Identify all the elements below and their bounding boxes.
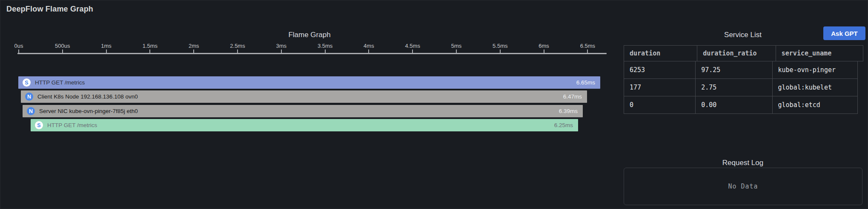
- axis-tick-label: 6ms: [539, 43, 549, 49]
- table-cell: 6253: [624, 61, 696, 78]
- flame-bar-duration: 6.39ms: [559, 108, 579, 114]
- axis-tick-label: 1ms: [101, 43, 112, 49]
- flame-bar-duration: 6.65ms: [576, 79, 596, 86]
- service-list-column-header: duration: [624, 46, 697, 61]
- axis-tick-mark: [456, 49, 457, 53]
- axis-tick-label: 500us: [55, 43, 70, 49]
- flame-bar[interactable]: SHTTP GET /metrics6.25ms: [31, 119, 578, 131]
- axis-tick-label: 5.5ms: [493, 43, 507, 49]
- flame-bar-label: Client K8s Node 192.168.136.108 ovn0: [37, 93, 138, 100]
- table-row[interactable]: 625397.25kube-ovn-pinger: [624, 61, 858, 79]
- table-cell: 97.25: [696, 61, 772, 78]
- service-list-body: 625397.25kube-ovn-pinger1772.75global:ku…: [624, 61, 858, 114]
- axis-tick-mark: [368, 49, 369, 53]
- no-data-text: No Data: [728, 183, 758, 190]
- axis-tick-mark: [587, 49, 588, 53]
- flame-bar-duration: 6.47ms: [563, 93, 583, 100]
- table-cell: 2.75: [696, 79, 772, 96]
- flame-graph-title: Flame Graph: [0, 31, 619, 41]
- axis-tick-mark: [193, 49, 194, 53]
- flame-bar[interactable]: SHTTP GET /metrics6.65ms: [18, 76, 600, 89]
- axis-tick-mark: [106, 49, 107, 53]
- axis-tick-mark: [149, 49, 150, 53]
- table-cell: kube-ovn-pinger: [773, 61, 857, 78]
- flame-bar-label: Server NIC kube-ovn-pinger-7f85j eth0: [39, 108, 138, 114]
- flame-bar[interactable]: NServer NIC kube-ovn-pinger-7f85j eth06.…: [23, 105, 583, 117]
- table-row[interactable]: 00.00global:etcd: [624, 96, 858, 114]
- service-list-table: durationduration_ratioservice_uname 6253…: [624, 45, 863, 114]
- axis-tick-mark: [412, 49, 413, 53]
- network-icon: N: [27, 107, 35, 115]
- table-cell: 0: [624, 96, 696, 113]
- request-log-title: Request Log: [622, 159, 863, 168]
- flame-bar-label: HTTP GET /metrics: [47, 122, 97, 128]
- table-row[interactable]: 1772.75global:kubelet: [624, 79, 858, 96]
- axis-tick-label: 5ms: [451, 43, 462, 49]
- table-cell: 0.00: [696, 96, 772, 113]
- deepflow-dashboard: DeepFlow Flame Graph Flame Graph 0us500u…: [0, 0, 868, 209]
- axis-tick-label: 3.5ms: [318, 43, 332, 49]
- service-list-header-row: durationduration_ratioservice_uname: [624, 45, 863, 61]
- axis-tick-mark: [325, 49, 326, 53]
- axis-tick-mark: [237, 49, 238, 53]
- service-list-column-header: duration_ratio: [697, 46, 776, 61]
- network-icon: N: [25, 93, 33, 101]
- flame-bar-label: HTTP GET /metrics: [35, 79, 85, 86]
- axis-tick-mark: [18, 49, 19, 53]
- flame-bar-duration: 6.25ms: [554, 122, 574, 128]
- axis-tick-label: 2.5ms: [230, 43, 245, 49]
- table-cell: global:etcd: [773, 96, 857, 113]
- axis-tick-label: 1.5ms: [143, 43, 158, 49]
- axis-tick-label: 4ms: [364, 43, 374, 49]
- table-cell: 177: [624, 79, 696, 96]
- axis-tick-label: 6.5ms: [580, 43, 595, 49]
- request-log-empty-box: No Data: [624, 168, 862, 205]
- table-cell: global:kubelet: [773, 79, 857, 96]
- flame-bar[interactable]: NClient K8s Node 192.168.136.108 ovn06.4…: [21, 90, 587, 103]
- axis-tick-label: 2ms: [189, 43, 199, 49]
- page-title: DeepFlow Flame Graph: [6, 5, 93, 14]
- axis-tick-mark: [544, 49, 544, 53]
- service-icon: S: [23, 78, 31, 87]
- service-list-column-header: service_uname: [776, 46, 863, 61]
- axis-tick-mark: [62, 49, 63, 53]
- axis-tick-label: 4.5ms: [405, 43, 420, 49]
- axis-tick-mark: [500, 49, 501, 53]
- axis-tick-label: 0us: [14, 43, 23, 49]
- service-icon: S: [35, 121, 43, 129]
- axis-tick-mark: [281, 49, 282, 53]
- ask-gpt-button[interactable]: Ask GPT: [823, 26, 865, 40]
- axis-tick-label: 3ms: [276, 43, 287, 49]
